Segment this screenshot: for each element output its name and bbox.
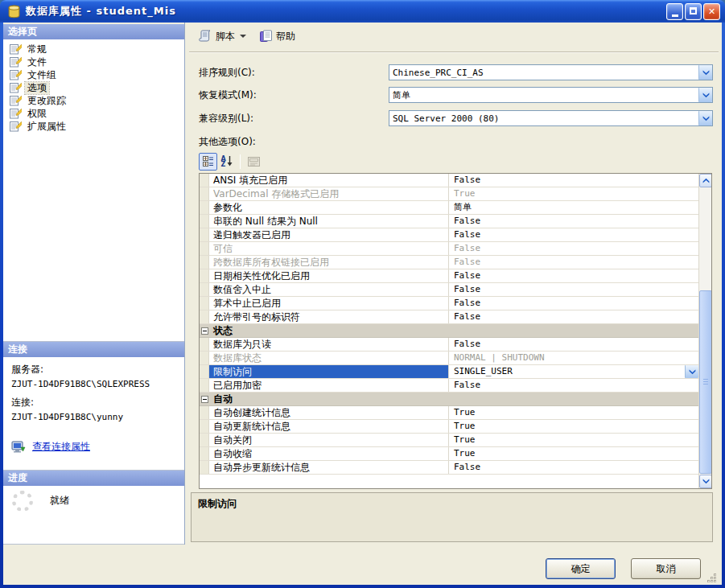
collation-combobox[interactable]: Chinese_PRC_CI_AS bbox=[389, 64, 713, 80]
grid-row: VarDecimal 存储格式已启用True bbox=[200, 187, 698, 201]
row-gutter bbox=[200, 297, 209, 310]
chevron-down-icon[interactable] bbox=[685, 365, 698, 378]
property-value[interactable]: False bbox=[449, 256, 698, 269]
progress-header: 进度 bbox=[3, 471, 184, 486]
connection-value: ZJUT-1D4DF91B8C\yunny bbox=[11, 412, 176, 422]
property-value[interactable]: False bbox=[449, 283, 698, 296]
chevron-down-icon[interactable] bbox=[698, 65, 712, 80]
property-value[interactable]: False bbox=[449, 174, 698, 187]
script-button[interactable]: 脚本 bbox=[193, 27, 251, 47]
sidebar-item-文件组[interactable]: 文件组 bbox=[3, 68, 184, 81]
property-value[interactable]: False bbox=[449, 242, 698, 255]
property-value[interactable]: NORMAL | SHUTDOWN bbox=[449, 352, 698, 364]
scroll-down-button[interactable] bbox=[699, 475, 712, 488]
resize-grip[interactable] bbox=[706, 572, 717, 583]
help-button[interactable]: 帮助 bbox=[254, 27, 300, 47]
alphabetical-sort-button[interactable]: AZ bbox=[217, 153, 236, 171]
property-name[interactable]: 算术中止已启用 bbox=[209, 297, 449, 310]
maximize-button[interactable] bbox=[685, 3, 702, 20]
chevron-down-icon[interactable] bbox=[698, 88, 712, 102]
row-gutter bbox=[200, 228, 209, 241]
scroll-up-button[interactable] bbox=[699, 174, 712, 187]
dialog-body: 选择页 常规文件文件组选项更改跟踪权限扩展属性 连接 服务器: ZJUT-1D4… bbox=[3, 23, 722, 585]
sidebar-item-常规[interactable]: 常规 bbox=[3, 43, 184, 56]
property-description-panel: 限制访问 bbox=[191, 492, 713, 542]
script-label: 脚本 bbox=[216, 30, 235, 43]
view-connection-properties-link[interactable]: 查看连接属性 bbox=[32, 440, 90, 454]
sidebar-item-权限[interactable]: 权限 bbox=[3, 107, 184, 120]
property-name[interactable]: 数据库状态 bbox=[209, 352, 449, 364]
server-value: ZJUT-1D4DF91B8C\SQLEXPRESS bbox=[11, 379, 176, 389]
options-property-grid: ANSI 填充已启用FalseVarDecimal 存储格式已启用True参数化… bbox=[199, 173, 712, 489]
property-name[interactable]: ANSI 填充已启用 bbox=[209, 174, 449, 187]
property-value[interactable]: False bbox=[449, 297, 698, 310]
row-gutter bbox=[200, 187, 209, 200]
property-value[interactable]: True bbox=[449, 420, 698, 433]
property-name[interactable]: VarDecimal 存储格式已启用 bbox=[209, 187, 449, 200]
page-edit-icon bbox=[10, 56, 23, 68]
progress-spinner-icon bbox=[12, 491, 33, 512]
property-name[interactable]: 串联的 Null 结果为 Null bbox=[209, 215, 449, 228]
close-button[interactable]: ✕ bbox=[703, 3, 720, 20]
sidebar-item-更改跟踪[interactable]: 更改跟踪 bbox=[3, 94, 184, 107]
sidebar-item-文件[interactable]: 文件 bbox=[3, 56, 184, 68]
grid-row: 跨数据库所有权链接已启用False bbox=[200, 256, 698, 269]
property-value[interactable]: 简单 bbox=[449, 201, 698, 214]
grid-category-row[interactable]: 状态 bbox=[200, 324, 698, 338]
property-value[interactable]: False bbox=[449, 338, 698, 351]
property-name[interactable]: 数据库为只读 bbox=[209, 338, 449, 351]
vertical-scrollbar[interactable] bbox=[698, 174, 711, 488]
property-value[interactable]: True bbox=[449, 406, 698, 419]
sidebar-item-扩展属性[interactable]: 扩展属性 bbox=[3, 120, 184, 133]
grid-category-row[interactable]: 自动 bbox=[200, 393, 698, 406]
compatibility-level-combobox[interactable]: SQL Server 2000 (80) bbox=[389, 110, 713, 126]
page-edit-icon bbox=[10, 108, 23, 119]
categorized-button[interactable] bbox=[199, 153, 217, 171]
property-value[interactable]: False bbox=[449, 215, 698, 228]
property-name[interactable]: 可信 bbox=[209, 242, 449, 255]
property-name[interactable]: 递归触发器已启用 bbox=[209, 228, 449, 241]
row-gutter bbox=[200, 379, 209, 392]
scrollbar-thumb[interactable] bbox=[699, 290, 712, 474]
property-name[interactable]: 参数化 bbox=[209, 201, 449, 214]
server-label: 服务器: bbox=[11, 363, 176, 376]
property-name[interactable]: 自动异步更新统计信息 bbox=[209, 461, 449, 474]
property-value[interactable]: True bbox=[449, 447, 698, 460]
property-name[interactable]: 限制访问 bbox=[209, 365, 449, 378]
property-value[interactable]: False bbox=[449, 379, 698, 392]
chevron-down-icon[interactable] bbox=[698, 111, 712, 125]
sidebar-item-选项[interactable]: 选项 bbox=[3, 81, 184, 94]
pages-list: 常规文件文件组选项更改跟踪权限扩展属性 bbox=[3, 39, 184, 342]
row-gutter bbox=[200, 215, 209, 228]
property-name[interactable]: 已启用加密 bbox=[209, 379, 449, 392]
property-name[interactable]: 自动关闭 bbox=[209, 434, 449, 446]
property-name[interactable]: 日期相关性优化已启用 bbox=[209, 269, 449, 282]
property-value[interactable]: True bbox=[449, 434, 698, 446]
property-name[interactable]: 跨数据库所有权链接已启用 bbox=[209, 256, 449, 269]
row-gutter bbox=[200, 242, 209, 255]
property-name[interactable]: 自动更新统计信息 bbox=[209, 420, 449, 433]
collapse-icon[interactable] bbox=[200, 393, 209, 405]
property-value[interactable]: False bbox=[449, 310, 698, 323]
property-value[interactable]: False bbox=[449, 269, 698, 282]
property-name[interactable]: 自动收缩 bbox=[209, 447, 449, 460]
toolbar-separator bbox=[189, 51, 719, 53]
minimize-button[interactable] bbox=[666, 3, 683, 20]
property-value[interactable]: False bbox=[449, 461, 698, 474]
row-gutter bbox=[200, 461, 209, 474]
ok-button[interactable]: 确定 bbox=[546, 558, 616, 579]
grid-row: 日期相关性优化已启用False bbox=[200, 269, 698, 283]
select-page-header: 选择页 bbox=[3, 24, 184, 39]
cancel-button[interactable]: 取消 bbox=[631, 558, 701, 579]
property-value[interactable]: False bbox=[449, 228, 698, 241]
property-value[interactable]: SINGLE_USER bbox=[449, 365, 698, 378]
property-name[interactable]: 数值舍入中止 bbox=[209, 283, 449, 296]
property-name[interactable]: 允许带引号的标识符 bbox=[209, 310, 449, 323]
main-toolbar: 脚本 帮助 bbox=[188, 24, 300, 48]
recovery-model-combobox[interactable]: 简单 bbox=[389, 87, 713, 103]
property-name[interactable]: 自动创建统计信息 bbox=[209, 406, 449, 419]
row-gutter bbox=[200, 420, 209, 433]
property-value[interactable]: True bbox=[449, 187, 698, 200]
collation-label: 排序规则(C): bbox=[199, 64, 255, 80]
collapse-icon[interactable] bbox=[200, 324, 209, 337]
